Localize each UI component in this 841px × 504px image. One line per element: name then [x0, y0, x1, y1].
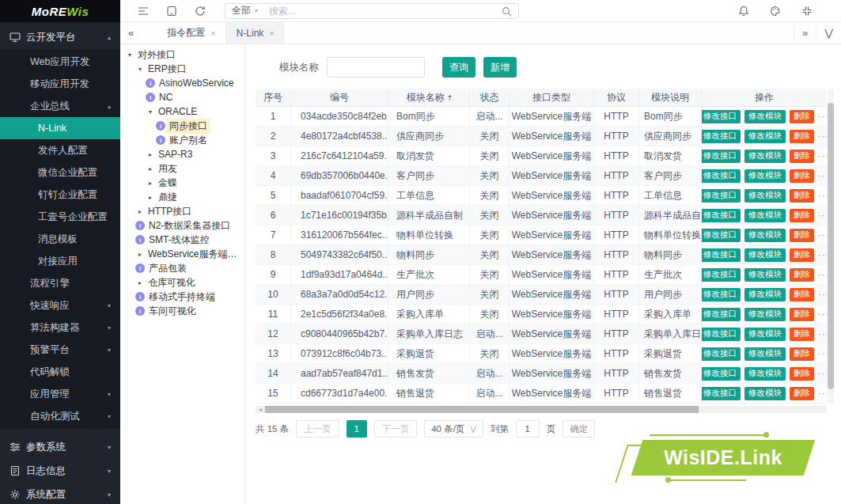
close-icon[interactable]: ×	[210, 28, 215, 38]
tree-node-AsinoWebService[interactable]: iAsinoWebService	[120, 76, 244, 90]
add-button[interactable]: 新增	[483, 57, 517, 78]
current-page-button[interactable]: 1	[347, 420, 367, 438]
expander-closed-icon[interactable]: ▸	[135, 208, 145, 215]
edit-interface-button[interactable]: 修改接口	[702, 347, 741, 361]
tabs-more-icon[interactable]: »	[794, 22, 816, 44]
delete-button[interactable]: 删除	[790, 367, 814, 381]
expander-open-icon[interactable]: ▾	[146, 108, 155, 116]
tree-node-WebService服务端样例[interactable]: ▸WebService服务端样例	[120, 247, 244, 261]
delete-button[interactable]: 删除	[790, 328, 814, 341]
delete-button[interactable]: 删除	[790, 189, 814, 203]
more-actions-icon[interactable]: ···	[818, 131, 827, 141]
delete-button[interactable]: 删除	[790, 130, 814, 143]
horizontal-scrollbar[interactable]: ◂	[256, 406, 827, 413]
search-scope-dropdown[interactable]: 全部 ▾	[232, 4, 258, 17]
search-button[interactable]: 查询	[442, 57, 475, 78]
sidebar-category-参数系统[interactable]: 参数系统▾	[0, 435, 120, 459]
tree-node-对外接口[interactable]: ▾对外接口	[120, 47, 244, 62]
bell-icon[interactable]	[738, 6, 749, 17]
edit-module-button[interactable]: 修改模块	[744, 268, 786, 282]
more-actions-icon[interactable]: ···	[818, 309, 827, 319]
tree-node-仓库可视化[interactable]: ▸仓库可视化	[120, 275, 244, 290]
column-header-模块名称[interactable]: 模块名称▴▾	[388, 89, 470, 106]
sidebar-item-微信企业配置[interactable]: 微信企业配置	[0, 161, 120, 184]
edit-interface-button[interactable]: 修改接口	[702, 110, 741, 123]
expander-closed-icon[interactable]: ▸	[135, 251, 145, 258]
sidebar-item-流程引擎[interactable]: 流程引擎	[0, 272, 120, 294]
page-size-select[interactable]: 40 条/页 ⋁	[424, 420, 483, 438]
edit-module-button[interactable]: 修改模块	[744, 387, 786, 400]
edit-module-button[interactable]: 修改模块	[744, 248, 786, 262]
delete-button[interactable]: 删除	[790, 248, 814, 262]
sidebar-category-系统配置[interactable]: 系统配置▾	[0, 483, 120, 504]
fullscreen-icon[interactable]	[801, 6, 813, 17]
edit-module-button[interactable]: 修改模块	[744, 229, 786, 242]
more-actions-icon[interactable]: ···	[818, 329, 827, 339]
delete-button[interactable]: 删除	[790, 308, 814, 321]
tree-node-产品包装[interactable]: i产品包装	[120, 261, 244, 275]
horizontal-scrollbar-thumb[interactable]	[265, 406, 699, 413]
edit-module-button[interactable]: 修改模块	[744, 328, 786, 341]
expander-closed-icon[interactable]: ▸	[146, 180, 155, 187]
more-actions-icon[interactable]: ···	[818, 388, 827, 398]
module-name-input[interactable]	[327, 57, 425, 78]
sidebar-item-消息模板[interactable]: 消息模板	[0, 228, 120, 250]
vertical-scrollbar[interactable]	[828, 89, 834, 404]
edit-interface-button[interactable]: 修改接口	[702, 150, 741, 163]
sidebar-item-Web应用开发[interactable]: Web应用开发	[0, 51, 120, 73]
next-page-button[interactable]: 下一页	[374, 420, 418, 438]
more-actions-icon[interactable]: ···	[818, 210, 827, 220]
edit-interface-button[interactable]: 修改接口	[702, 387, 741, 400]
delete-button[interactable]: 删除	[790, 229, 814, 242]
expander-closed-icon[interactable]: ▸	[146, 151, 155, 158]
delete-button[interactable]: 删除	[790, 387, 814, 400]
sidebar-item-预警平台[interactable]: 预警平台▾	[0, 339, 120, 361]
more-actions-icon[interactable]: ···	[818, 112, 827, 121]
more-actions-icon[interactable]: ···	[818, 270, 827, 279]
tree-node-SAP-R3[interactable]: ▸SAP-R3	[120, 147, 244, 161]
edit-module-button[interactable]: 修改模块	[744, 347, 786, 361]
edit-interface-button[interactable]: 修改接口	[702, 328, 741, 341]
delete-button[interactable]: 删除	[790, 209, 814, 222]
edit-interface-button[interactable]: 修改接口	[702, 229, 741, 242]
home-icon[interactable]	[142, 22, 157, 44]
expander-closed-icon[interactable]: ▸	[146, 194, 155, 201]
tabs-scroll-left-icon[interactable]: «	[120, 22, 142, 44]
sort-icon[interactable]: ▴▾	[449, 93, 452, 101]
sidebar-item-代码解锁[interactable]: 代码解锁	[0, 361, 120, 383]
refresh-icon[interactable]	[195, 6, 206, 17]
delete-button[interactable]: 删除	[790, 110, 814, 123]
more-actions-icon[interactable]: ···	[818, 171, 827, 180]
more-actions-icon[interactable]: ···	[818, 349, 827, 358]
edit-module-button[interactable]: 修改模块	[744, 189, 786, 203]
delete-button[interactable]: 删除	[790, 347, 814, 361]
tree-node-车间可视化[interactable]: i车间可视化	[120, 304, 244, 318]
edit-module-button[interactable]: 修改模块	[744, 288, 786, 301]
tab-N-Link[interactable]: N-Link×	[226, 22, 285, 44]
more-actions-icon[interactable]: ···	[818, 191, 827, 200]
sidebar-item-移动应用开发[interactable]: 移动应用开发	[0, 73, 120, 95]
delete-button[interactable]: 删除	[790, 150, 814, 163]
vertical-scrollbar-thumb[interactable]	[828, 103, 834, 389]
expander-open-icon[interactable]: ▾	[125, 51, 134, 59]
more-actions-icon[interactable]: ···	[818, 290, 827, 299]
sidebar-item-发件人配置[interactable]: 发件人配置	[0, 139, 120, 161]
tabs-dropdown-icon[interactable]: ⋁	[816, 22, 841, 44]
jump-confirm-button[interactable]: 确定	[563, 420, 595, 438]
edit-interface-button[interactable]: 修改接口	[702, 189, 741, 203]
sidebar-category-日志信息[interactable]: 日志信息▾	[0, 459, 120, 483]
edit-interface-button[interactable]: 修改接口	[702, 308, 741, 321]
tab-指令配置[interactable]: 指令配置×	[157, 22, 225, 44]
tree-node-HTTP接口[interactable]: ▸HTTP接口	[120, 204, 244, 218]
edit-module-button[interactable]: 修改模块	[744, 209, 786, 222]
sidebar-item-钉钉企业配置[interactable]: 钉钉企业配置	[0, 184, 120, 206]
more-actions-icon[interactable]: ···	[818, 250, 827, 260]
edit-interface-button[interactable]: 修改接口	[702, 268, 741, 282]
sidebar-item-企业总线[interactable]: 企业总线▴	[0, 95, 120, 117]
tree-node-NC[interactable]: iNC	[120, 90, 244, 104]
sidebar-item-N-Link[interactable]: N-Link	[0, 117, 120, 139]
sidebar-category-cloud-dev[interactable]: 云开发平台 ▴	[0, 25, 120, 49]
more-actions-icon[interactable]: ···	[818, 369, 827, 378]
menu-unfold-icon[interactable]	[138, 6, 149, 17]
search-input[interactable]	[269, 6, 502, 17]
